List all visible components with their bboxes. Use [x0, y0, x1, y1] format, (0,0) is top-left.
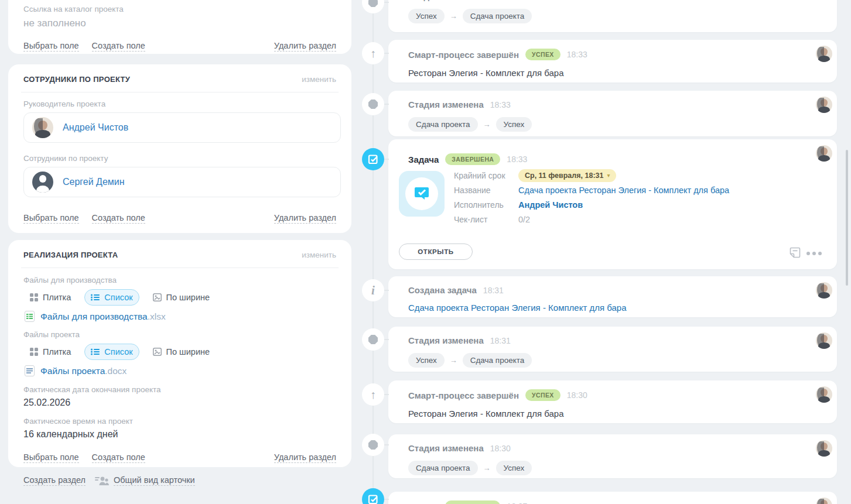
actual-time-value: 16 календарных дней	[23, 429, 336, 440]
list-icon	[91, 348, 100, 355]
view-tile-label: Плитка	[43, 347, 71, 356]
timeline-marker-process: ↑	[362, 42, 384, 64]
task-name-link[interactable]: Сдача проекта Ресторан Элегия - Комплект…	[518, 186, 729, 195]
project-file-ext: .docx	[105, 366, 127, 376]
actual-end-date-label: Фактическая дата окончания проекта	[23, 385, 336, 394]
event-card-task: Задача ЗАВЕРШЕНА 18:27	[388, 492, 837, 504]
manager-name-link[interactable]: Андрей Чистов	[63, 122, 128, 133]
checklist-value: 0/2	[518, 215, 530, 224]
event-title: Смарт-процесс завершён	[408, 390, 519, 400]
card-view-link[interactable]: Общий вид карточки	[114, 475, 195, 486]
select-field-link[interactable]: Выбрать поле	[23, 452, 79, 463]
event-card-stage-changed: Стадия изменена 18:31 Успех → Сдача прое…	[388, 327, 837, 372]
event-time: 18:33	[490, 100, 511, 109]
note-icon[interactable]	[790, 247, 801, 258]
create-field-link[interactable]: Создать поле	[92, 452, 145, 463]
production-file-link[interactable]: Файлы для производства.xlsx	[25, 311, 336, 322]
event-author-avatar[interactable]	[816, 440, 832, 457]
more-actions-icon[interactable]	[806, 252, 822, 255]
event-author-avatar[interactable]	[816, 386, 832, 403]
create-field-link[interactable]: Создать поле	[92, 213, 145, 224]
timeline-marker-stage	[362, 0, 384, 13]
project-file-name: Файлы проекта	[40, 366, 105, 376]
event-time: 18:30	[490, 444, 511, 453]
timeline-marker-stage	[362, 328, 384, 351]
vertical-scrollbar[interactable]	[846, 150, 848, 286]
employee-name-link[interactable]: Сергей Демин	[63, 177, 125, 187]
people-group-icon	[95, 476, 109, 486]
employee-select-box[interactable]: Сергей Демин	[23, 167, 341, 197]
employees-section-title: СОТРУДНИКИ ПО ПРОЕКТУ	[23, 75, 130, 84]
open-task-button[interactable]: ОТКРЫТЬ	[399, 244, 473, 260]
event-title: Задача	[408, 155, 439, 164]
view-fit-button[interactable]: По ширине	[146, 344, 216, 360]
event-time: 18:34	[490, 0, 511, 1]
event-author-avatar[interactable]	[816, 282, 832, 299]
timeline-line	[372, 0, 374, 504]
deadline-value: Ср, 11 февраля, 18:31	[525, 172, 603, 180]
create-field-link[interactable]: Создать поле	[92, 41, 145, 52]
completed-badge: ЗАВЕРШЕНА	[445, 153, 500, 165]
production-file-ext: .xlsx	[148, 311, 166, 321]
view-tile-button[interactable]: Плитка	[23, 344, 77, 360]
assignee-link[interactable]: Андрей Чистов	[518, 200, 583, 210]
create-section-link[interactable]: Создать раздел	[23, 475, 86, 486]
select-field-link[interactable]: Выбрать поле	[23, 213, 79, 224]
section-realization: РЕАЛИЗАЦИЯ ПРОЕКТА изменить Файлы для пр…	[8, 240, 351, 467]
catalog-link-label: Ссылка на каталог проекта	[23, 5, 336, 13]
event-card-stage-changed: Стадия изменена 18:34 Успех → Сдача прое…	[388, 0, 837, 32]
select-field-link[interactable]: Выбрать поле	[23, 41, 79, 52]
view-list-button[interactable]: Список	[84, 344, 139, 360]
production-file-name: Файлы для производства	[40, 311, 148, 321]
actual-time-label: Фактическое время на проект	[23, 417, 336, 426]
realization-edit-link[interactable]: изменить	[302, 251, 336, 259]
event-time: 18:33	[567, 50, 587, 59]
event-author-avatar[interactable]	[816, 46, 832, 62]
docx-file-icon	[25, 365, 35, 376]
event-body: Ресторан Элегия - Комплект для бара	[408, 409, 817, 419]
deadline-pill[interactable]: Ср, 11 февраля, 18:31▾	[518, 169, 616, 182]
view-fit-button[interactable]: По ширине	[146, 289, 216, 306]
event-body-link[interactable]: Сдача проекта Ресторан Элегия - Комплект…	[408, 303, 817, 313]
catalog-link-value: не заполнено	[23, 18, 336, 29]
section-catalog-link: Ссылка на каталог проекта не заполнено В…	[8, 0, 351, 54]
event-title: Смарт-процесс завершён	[408, 50, 519, 60]
view-list-label: Список	[104, 347, 132, 356]
delete-section-link[interactable]: Удалить раздел	[274, 213, 336, 224]
employees-edit-link[interactable]: изменить	[302, 75, 336, 84]
project-file-link[interactable]: Файлы проекта.docx	[25, 365, 336, 376]
timeline-marker-info: i	[362, 279, 384, 301]
task-check-icon	[367, 153, 379, 165]
image-icon	[153, 293, 162, 301]
delete-section-link[interactable]: Удалить раздел	[274, 452, 336, 463]
view-tile-button[interactable]: Плитка	[23, 289, 77, 306]
event-title: Стадия изменена	[408, 0, 484, 1]
chevron-down-icon: ▾	[607, 172, 610, 179]
delete-section-link[interactable]: Удалить раздел	[274, 41, 336, 52]
event-card-task: Задача ЗАВЕРШЕНА 18:33 Крайний срок Ср, …	[388, 139, 837, 269]
event-author-avatar[interactable]	[816, 145, 832, 162]
stage-change-icon	[368, 335, 378, 344]
event-time: 18:31	[483, 286, 504, 295]
view-tile-label: Плитка	[43, 293, 71, 302]
realization-section-title: РЕАЛИЗАЦИЯ ПРОЕКТА	[23, 251, 118, 259]
arrow-up-icon: ↑	[370, 47, 376, 59]
stage-arrow: →	[450, 12, 457, 20]
production-files-view-toggle: Плитка Список По ширине	[23, 289, 336, 306]
section-employees: СОТРУДНИКИ ПО ПРОЕКТУ изменить Руководит…	[8, 64, 351, 233]
timeline-marker-process: ↑	[362, 383, 384, 406]
image-icon	[153, 348, 162, 356]
employee-avatar	[32, 172, 53, 193]
event-author-avatar[interactable]	[816, 97, 832, 113]
event-author-avatar[interactable]	[816, 332, 832, 349]
event-time: 18:27	[507, 502, 527, 504]
event-card-task-created: Создана задача 18:31 Сдача проекта Ресто…	[388, 276, 837, 317]
timeline-marker-stage	[362, 93, 384, 115]
task-tile	[399, 171, 445, 217]
arrow-up-icon: ↑	[370, 389, 376, 400]
view-list-button[interactable]: Список	[84, 289, 139, 306]
manager-select-box[interactable]: Андрей Чистов	[23, 112, 341, 143]
task-check-icon	[367, 493, 379, 504]
stage-to-pill: Сдача проекта	[463, 9, 532, 23]
success-badge: УСПЕХ	[525, 49, 561, 60]
